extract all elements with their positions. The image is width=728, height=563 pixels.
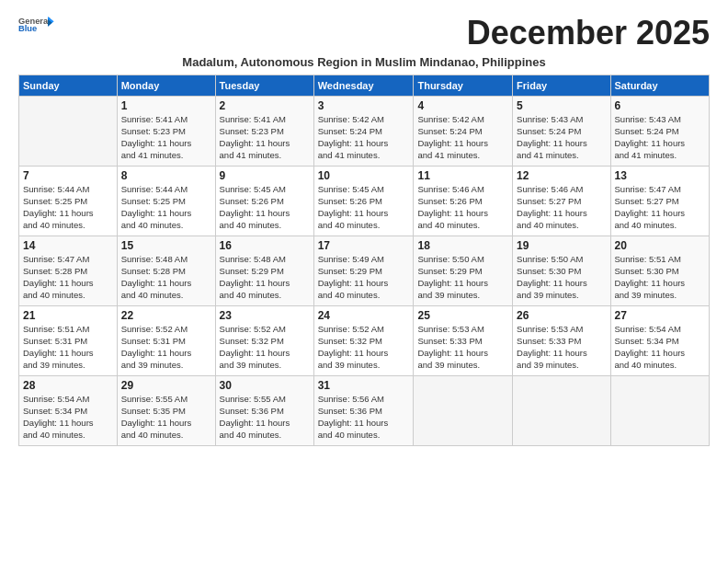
table-row: 26 Sunrise: 5:53 AMSunset: 5:33 PMDaylig… <box>513 305 610 375</box>
day-number: 29 <box>121 379 211 392</box>
day-number: 4 <box>417 99 508 112</box>
day-info: Sunrise: 5:55 AMSunset: 5:36 PMDaylight:… <box>220 393 310 442</box>
col-sunday: Sunday <box>19 75 118 96</box>
table-row: 9 Sunrise: 5:45 AMSunset: 5:26 PMDayligh… <box>215 166 313 236</box>
day-number: 23 <box>220 309 310 322</box>
calendar-header-row: Sunday Monday Tuesday Wednesday Thursday… <box>19 75 710 96</box>
day-info: Sunrise: 5:43 AMSunset: 5:24 PMDaylight:… <box>517 113 606 162</box>
day-info: Sunrise: 5:52 AMSunset: 5:32 PMDaylight:… <box>220 323 310 372</box>
day-number: 17 <box>318 239 410 252</box>
day-number: 12 <box>517 169 606 182</box>
day-number: 3 <box>318 99 410 112</box>
col-monday: Monday <box>117 75 215 96</box>
day-info: Sunrise: 5:50 AMSunset: 5:30 PMDaylight:… <box>517 253 606 302</box>
table-row: 5 Sunrise: 5:43 AMSunset: 5:24 PMDayligh… <box>513 96 610 166</box>
calendar-week-row: 21 Sunrise: 5:51 AMSunset: 5:31 PMDaylig… <box>19 305 710 375</box>
day-number: 24 <box>318 309 410 322</box>
day-number: 1 <box>121 99 211 112</box>
day-info: Sunrise: 5:44 AMSunset: 5:25 PMDaylight:… <box>121 183 211 232</box>
day-info: Sunrise: 5:43 AMSunset: 5:24 PMDaylight:… <box>615 113 705 162</box>
day-info: Sunrise: 5:45 AMSunset: 5:26 PMDaylight:… <box>220 183 310 232</box>
day-number: 26 <box>517 309 606 322</box>
page-header: General Blue December 2025 <box>18 15 710 52</box>
day-number: 2 <box>220 99 310 112</box>
day-number: 19 <box>517 239 606 252</box>
day-info: Sunrise: 5:48 AMSunset: 5:28 PMDaylight:… <box>121 253 211 302</box>
day-number: 6 <box>615 99 705 112</box>
table-row: 28 Sunrise: 5:54 AMSunset: 5:34 PMDaylig… <box>19 375 118 445</box>
table-row: 23 Sunrise: 5:52 AMSunset: 5:32 PMDaylig… <box>215 305 313 375</box>
table-row: 21 Sunrise: 5:51 AMSunset: 5:31 PMDaylig… <box>19 305 118 375</box>
day-info: Sunrise: 5:52 AMSunset: 5:31 PMDaylight:… <box>121 323 211 372</box>
day-info: Sunrise: 5:56 AMSunset: 5:36 PMDaylight:… <box>318 393 410 442</box>
day-info: Sunrise: 5:53 AMSunset: 5:33 PMDaylight:… <box>417 323 508 372</box>
logo-icon: General Blue <box>18 15 55 33</box>
day-number: 7 <box>23 169 113 182</box>
table-row: 11 Sunrise: 5:46 AMSunset: 5:26 PMDaylig… <box>414 166 513 236</box>
table-row: 20 Sunrise: 5:51 AMSunset: 5:30 PMDaylig… <box>610 236 709 305</box>
day-number: 18 <box>417 239 508 252</box>
table-row: 18 Sunrise: 5:50 AMSunset: 5:29 PMDaylig… <box>414 236 513 305</box>
day-number: 5 <box>517 99 606 112</box>
table-row: 22 Sunrise: 5:52 AMSunset: 5:31 PMDaylig… <box>117 305 215 375</box>
day-info: Sunrise: 5:51 AMSunset: 5:31 PMDaylight:… <box>23 323 113 372</box>
calendar-week-row: 14 Sunrise: 5:47 AMSunset: 5:28 PMDaylig… <box>19 236 710 305</box>
table-row: 16 Sunrise: 5:48 AMSunset: 5:29 PMDaylig… <box>215 236 313 305</box>
day-number: 21 <box>23 309 113 322</box>
calendar-week-row: 1 Sunrise: 5:41 AMSunset: 5:23 PMDayligh… <box>19 96 710 166</box>
col-tuesday: Tuesday <box>215 75 313 96</box>
day-info: Sunrise: 5:48 AMSunset: 5:29 PMDaylight:… <box>220 253 310 302</box>
day-number: 13 <box>615 169 705 182</box>
day-number: 15 <box>121 239 211 252</box>
table-row <box>414 375 513 445</box>
table-row: 13 Sunrise: 5:47 AMSunset: 5:27 PMDaylig… <box>610 166 709 236</box>
table-row <box>610 375 709 445</box>
day-number: 28 <box>23 379 113 392</box>
day-info: Sunrise: 5:49 AMSunset: 5:29 PMDaylight:… <box>318 253 410 302</box>
table-row: 15 Sunrise: 5:48 AMSunset: 5:28 PMDaylig… <box>117 236 215 305</box>
day-info: Sunrise: 5:45 AMSunset: 5:26 PMDaylight:… <box>318 183 410 232</box>
table-row: 27 Sunrise: 5:54 AMSunset: 5:34 PMDaylig… <box>610 305 709 375</box>
table-row: 25 Sunrise: 5:53 AMSunset: 5:33 PMDaylig… <box>414 305 513 375</box>
location-title: Madalum, Autonomous Region in Muslim Min… <box>18 55 710 69</box>
logo: General Blue <box>18 15 55 35</box>
table-row: 12 Sunrise: 5:46 AMSunset: 5:27 PMDaylig… <box>513 166 610 236</box>
day-number: 11 <box>417 169 508 182</box>
day-info: Sunrise: 5:54 AMSunset: 5:34 PMDaylight:… <box>615 323 705 372</box>
col-wednesday: Wednesday <box>313 75 414 96</box>
day-number: 14 <box>23 239 113 252</box>
day-info: Sunrise: 5:47 AMSunset: 5:27 PMDaylight:… <box>615 183 705 232</box>
day-info: Sunrise: 5:42 AMSunset: 5:24 PMDaylight:… <box>318 113 410 162</box>
day-number: 8 <box>121 169 211 182</box>
day-info: Sunrise: 5:41 AMSunset: 5:23 PMDaylight:… <box>121 113 211 162</box>
calendar-week-row: 28 Sunrise: 5:54 AMSunset: 5:34 PMDaylig… <box>19 375 710 445</box>
day-number: 10 <box>318 169 410 182</box>
day-info: Sunrise: 5:44 AMSunset: 5:25 PMDaylight:… <box>23 183 113 232</box>
table-row: 10 Sunrise: 5:45 AMSunset: 5:26 PMDaylig… <box>313 166 414 236</box>
table-row: 1 Sunrise: 5:41 AMSunset: 5:23 PMDayligh… <box>117 96 215 166</box>
day-number: 20 <box>615 239 705 252</box>
table-row: 24 Sunrise: 5:52 AMSunset: 5:32 PMDaylig… <box>313 305 414 375</box>
day-number: 25 <box>417 309 508 322</box>
table-row: 19 Sunrise: 5:50 AMSunset: 5:30 PMDaylig… <box>513 236 610 305</box>
month-title: December 2025 <box>467 15 710 52</box>
table-row: 4 Sunrise: 5:42 AMSunset: 5:24 PMDayligh… <box>414 96 513 166</box>
table-row: 2 Sunrise: 5:41 AMSunset: 5:23 PMDayligh… <box>215 96 313 166</box>
col-thursday: Thursday <box>414 75 513 96</box>
day-info: Sunrise: 5:50 AMSunset: 5:29 PMDaylight:… <box>417 253 508 302</box>
day-number: 22 <box>121 309 211 322</box>
svg-text:Blue: Blue <box>18 24 37 33</box>
day-number: 16 <box>220 239 310 252</box>
day-info: Sunrise: 5:51 AMSunset: 5:30 PMDaylight:… <box>615 253 705 302</box>
table-row: 14 Sunrise: 5:47 AMSunset: 5:28 PMDaylig… <box>19 236 118 305</box>
col-saturday: Saturday <box>610 75 709 96</box>
day-info: Sunrise: 5:55 AMSunset: 5:35 PMDaylight:… <box>121 393 211 442</box>
table-row <box>19 96 118 166</box>
day-number: 9 <box>220 169 310 182</box>
day-info: Sunrise: 5:41 AMSunset: 5:23 PMDaylight:… <box>220 113 310 162</box>
day-number: 31 <box>318 379 410 392</box>
day-info: Sunrise: 5:46 AMSunset: 5:26 PMDaylight:… <box>417 183 508 232</box>
day-info: Sunrise: 5:52 AMSunset: 5:32 PMDaylight:… <box>318 323 410 372</box>
table-row: 29 Sunrise: 5:55 AMSunset: 5:35 PMDaylig… <box>117 375 215 445</box>
table-row: 7 Sunrise: 5:44 AMSunset: 5:25 PMDayligh… <box>19 166 118 236</box>
